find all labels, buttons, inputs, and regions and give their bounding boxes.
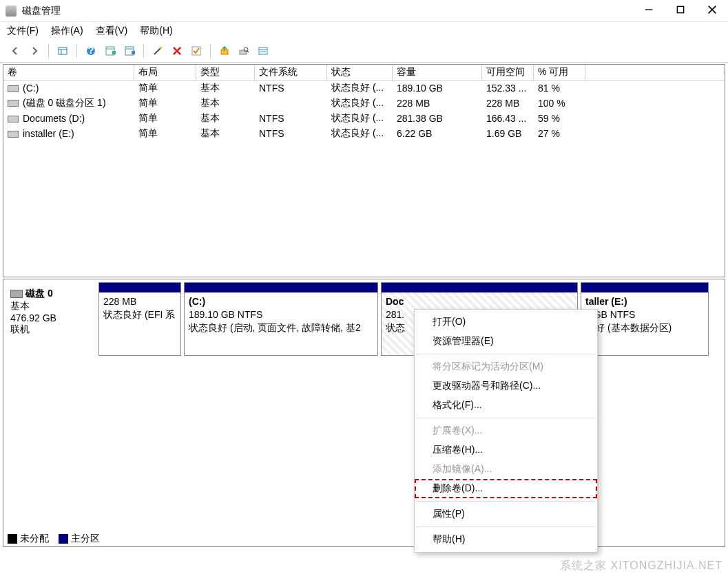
toolbar-separator <box>48 44 49 58</box>
col-fs[interactable]: 文件系统 <box>255 65 327 80</box>
ctx-properties[interactable]: 属性(P) <box>415 504 597 524</box>
volume-cell <box>585 133 725 134</box>
detach-vhd-button[interactable] <box>236 43 252 59</box>
volume-cell: 1.69 GB <box>482 127 534 140</box>
menubar: 文件(F) 操作(A) 查看(V) 帮助(H) <box>0 22 728 40</box>
volume-cell: 基本 <box>196 96 255 110</box>
col-free[interactable]: 可用空间 <box>482 65 534 80</box>
watermark: 系统之家 XITONGZHIJIA.NET <box>560 559 722 573</box>
col-capacity[interactable]: 容量 <box>393 65 482 80</box>
forward-button[interactable] <box>26 43 43 59</box>
menu-action[interactable]: 操作(A) <box>51 25 83 37</box>
svg-text:?: ? <box>88 45 94 56</box>
properties-toolbar-button[interactable] <box>255 43 271 59</box>
volume-cell: 状态良好 (... <box>327 111 393 125</box>
disk-label: 磁盘 0 <box>25 288 53 299</box>
partition-name: (C:) <box>189 295 373 308</box>
help-button[interactable]: ? <box>83 43 99 59</box>
ctx-format[interactable]: 格式化(F)... <box>415 396 597 415</box>
svg-point-16 <box>160 47 163 49</box>
volume-cell: 基本 <box>196 81 255 95</box>
ctx-explorer[interactable]: 资源管理器(E) <box>415 332 597 351</box>
ctx-shrink[interactable]: 压缩卷(H)... <box>415 440 597 460</box>
svg-rect-21 <box>240 50 247 54</box>
col-status[interactable]: 状态 <box>327 65 393 80</box>
svg-rect-4 <box>59 47 67 54</box>
volume-row[interactable]: (磁盘 0 磁盘分区 1)简单基本状态良好 (...228 MB228 MB10… <box>3 96 725 111</box>
volume-cell: 状态良好 (... <box>327 81 393 95</box>
menu-view[interactable]: 查看(V) <box>96 25 128 37</box>
check-button[interactable] <box>188 43 205 59</box>
volume-cell: 状态良好 (... <box>327 127 393 140</box>
volume-cell: 152.33 ... <box>482 82 534 94</box>
back-button[interactable] <box>7 43 23 59</box>
ctx-divider <box>416 418 596 418</box>
partition[interactable]: taller (E:) 2 GB NTFS 良好 (基本数据分区) <box>581 282 709 356</box>
col-layout[interactable]: 布局 <box>134 65 196 80</box>
partitions-container: 228 MB 状态良好 (EFI 系 (C:) 189.10 GB NTFS 状… <box>98 282 722 356</box>
ctx-divider <box>416 354 596 354</box>
legend-swatch-unalloc <box>8 534 17 544</box>
partition-body: (C:) 189.10 GB NTFS 状态良好 (启动, 页面文件, 故障转储… <box>185 292 377 355</box>
legend-swatch-primary <box>59 534 68 544</box>
delete-button[interactable] <box>169 43 185 59</box>
ctx-delete-volume[interactable]: 删除卷(D)... <box>415 479 597 498</box>
svg-line-15 <box>154 48 160 54</box>
disk-size: 476.92 GB <box>10 312 92 323</box>
menu-help[interactable]: 帮助(H) <box>140 25 172 37</box>
volume-row[interactable]: (C:)简单基本NTFS状态良好 (...189.10 GB152.33 ...… <box>3 81 725 96</box>
attach-icon <box>219 45 230 56</box>
toolbar-separator <box>76 44 77 58</box>
disk-info[interactable]: 磁盘 0 基本 476.92 GB 联机 <box>6 282 96 356</box>
volume-cell <box>255 103 327 104</box>
volume-icon <box>8 100 19 107</box>
partition-detail: 状态良好 (EFI 系 <box>103 308 176 321</box>
svg-rect-24 <box>259 47 267 54</box>
partition-body: 228 MB 状态良好 (EFI 系 <box>99 292 180 355</box>
partition[interactable]: (C:) 189.10 GB NTFS 状态良好 (启动, 页面文件, 故障转储… <box>184 282 378 356</box>
volume-row[interactable]: Documets (D:)简单基本NTFS状态良好 (...281.38 GB1… <box>3 111 725 126</box>
ctx-change-letter[interactable]: 更改驱动器号和路径(C)... <box>415 376 597 396</box>
partition-bar <box>382 283 577 292</box>
volume-cell: 189.10 GB <box>393 82 482 94</box>
volume-list-panel: 卷 布局 类型 文件系统 状态 容量 可用空间 % 可用 (C:)简单基本NTF… <box>3 64 725 277</box>
ctx-divider <box>416 526 596 527</box>
disk-graphical-panel: 磁盘 0 基本 476.92 GB 联机 228 MB 状态良好 (EFI 系 … <box>3 279 725 547</box>
volume-cell: 6.22 GB <box>393 127 482 140</box>
show-list-button[interactable] <box>102 43 118 59</box>
ctx-divider <box>416 501 596 502</box>
menu-file[interactable]: 文件(F) <box>7 25 39 37</box>
volume-cell: 281.38 GB <box>393 112 482 125</box>
partition-size: 2 GB NTFS <box>585 308 704 321</box>
panel-toggle-button[interactable] <box>54 43 71 59</box>
wand-icon <box>152 45 163 56</box>
attach-vhd-button[interactable] <box>216 43 233 59</box>
minimize-button[interactable] <box>633 0 665 21</box>
partition-bar <box>185 283 377 292</box>
list-blue-icon <box>124 45 135 56</box>
volume-header-row: 卷 布局 类型 文件系统 状态 容量 可用空间 % 可用 <box>3 65 725 81</box>
volume-cell: 27 % <box>534 127 585 140</box>
volume-cell: 简单 <box>134 127 196 140</box>
volume-icon <box>8 85 19 92</box>
ctx-open[interactable]: 打开(O) <box>415 312 597 332</box>
volume-row[interactable]: installer (E:)简单基本NTFS状态良好 (...6.22 GB1.… <box>3 126 725 141</box>
maximize-button[interactable] <box>665 0 696 21</box>
col-volume[interactable]: 卷 <box>3 65 134 80</box>
volume-cell: Documets (D:) <box>3 112 134 125</box>
partition[interactable]: 228 MB 状态良好 (EFI 系 <box>98 282 181 356</box>
partition-bar <box>581 283 708 292</box>
ctx-help[interactable]: 帮助(H) <box>415 530 597 549</box>
rescan-button[interactable] <box>149 43 166 59</box>
col-type[interactable]: 类型 <box>196 65 255 80</box>
panel-icon <box>57 45 68 56</box>
show-graphical-button[interactable] <box>121 43 138 59</box>
titlebar: 磁盘管理 <box>0 0 728 22</box>
volume-cell <box>585 87 725 89</box>
col-pctfree[interactable]: % 可用 <box>534 65 585 80</box>
partition-body: taller (E:) 2 GB NTFS 良好 (基本数据分区) <box>581 292 708 355</box>
help-icon: ? <box>85 45 96 56</box>
close-button[interactable] <box>696 0 728 21</box>
volume-cell: 状态良好 (... <box>327 96 393 110</box>
volume-cell: installer (E:) <box>3 127 134 140</box>
